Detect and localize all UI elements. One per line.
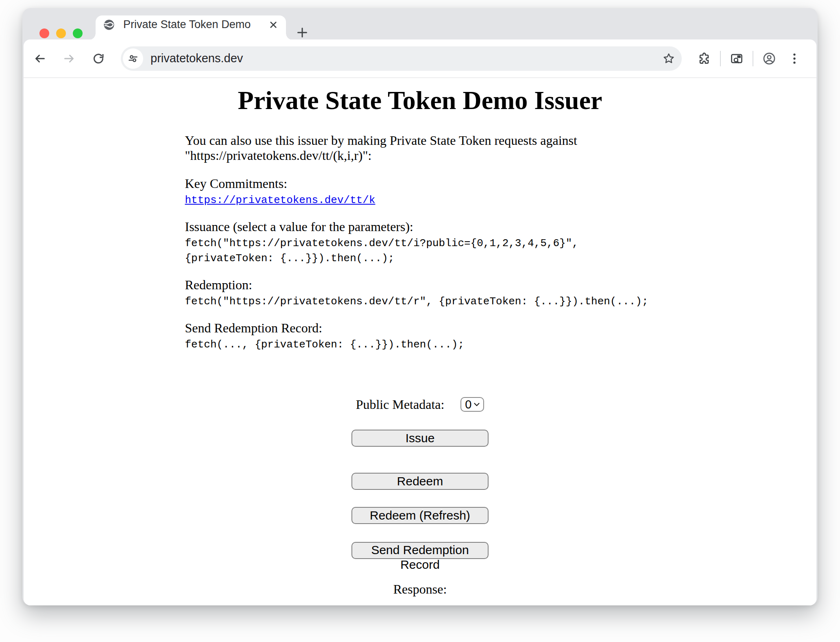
chevron-down-icon <box>474 403 480 406</box>
back-arrow-icon[interactable] <box>33 52 47 66</box>
redeem-refresh-button[interactable]: Redeem (Refresh) <box>351 507 489 524</box>
side-panel-search-icon[interactable] <box>730 52 744 66</box>
toolbar-separator <box>753 51 753 66</box>
tab-close-icon[interactable] <box>268 20 279 30</box>
tune-icon <box>127 53 139 64</box>
send-redemption-record-section: Send Redemption Record: fetch(..., {priv… <box>185 321 655 351</box>
public-metadata-value: 0 <box>465 398 471 411</box>
send-redemption-record-button[interactable]: Send Redemption Record <box>351 542 489 559</box>
key-commitments-link[interactable]: https://privatetokens.dev/tt/k <box>185 194 375 206</box>
maximize-window-button[interactable] <box>73 28 83 38</box>
new-tab-button[interactable] <box>294 24 310 41</box>
public-metadata-row: Public Metadata: 0 <box>185 397 655 412</box>
issuance-label: Issuance (select a value for the paramet… <box>185 219 413 234</box>
tab-title: Private State Token Demo <box>123 18 268 31</box>
issuance-code: fetch("https://privatetokens.dev/tt/i?pu… <box>185 237 578 264</box>
toolbar-right-group <box>692 51 807 66</box>
site-settings-button[interactable] <box>123 48 143 69</box>
url-text[interactable]: privatetokens.dev <box>151 52 243 65</box>
page-content: Private State Token Demo Issuer You can … <box>24 78 816 605</box>
public-metadata-label: Public Metadata: <box>356 397 445 412</box>
reload-icon[interactable] <box>92 52 105 66</box>
minimize-window-button[interactable] <box>56 28 66 38</box>
send-redemption-record-code: fetch(..., {privateToken: {...}}).then(.… <box>185 338 465 351</box>
plus-icon <box>295 26 309 39</box>
intro-paragraph: You can also use this issuer by making P… <box>185 133 655 163</box>
traffic-lights <box>39 28 83 38</box>
redemption-label: Redemption: <box>185 277 252 292</box>
globe-favicon-icon <box>103 19 115 31</box>
toolbar-separator <box>720 51 721 66</box>
key-commitments-section: Key Commitments: https://privatetokens.d… <box>185 176 655 206</box>
redemption-section: Redemption: fetch("https://privatetokens… <box>185 277 655 308</box>
extensions-puzzle-icon[interactable] <box>697 52 711 66</box>
three-dot-menu-icon[interactable] <box>788 52 801 66</box>
send-redemption-record-label: Send Redemption Record: <box>185 321 323 335</box>
issuance-section: Issuance (select a value for the paramet… <box>185 219 655 264</box>
redemption-code: fetch("https://privatetokens.dev/tt/r", … <box>185 295 648 308</box>
bookmark-star-icon[interactable] <box>662 52 676 66</box>
issue-button[interactable]: Issue <box>351 430 489 447</box>
browser-tab[interactable]: Private State Token Demo <box>96 15 286 40</box>
token-demo-form: Public Metadata: 0 Issue Redeem Redeem (… <box>185 397 655 597</box>
address-bar[interactable]: privatetokens.dev <box>121 46 682 71</box>
response-label: Response: <box>185 582 655 597</box>
public-metadata-select[interactable]: 0 <box>460 397 484 412</box>
forward-arrow-icon[interactable] <box>62 52 76 66</box>
profile-icon[interactable] <box>762 52 776 66</box>
redeem-button[interactable]: Redeem <box>351 473 489 490</box>
browser-toolbar: privatetokens.dev <box>24 39 816 78</box>
browser-panel: privatetokens.dev <box>24 39 816 605</box>
key-commitments-label: Key Commitments: <box>185 176 288 191</box>
close-window-button[interactable] <box>39 28 49 38</box>
page-title: Private State Token Demo Issuer <box>24 85 816 116</box>
browser-window: Private State Token Demo <box>22 8 818 605</box>
